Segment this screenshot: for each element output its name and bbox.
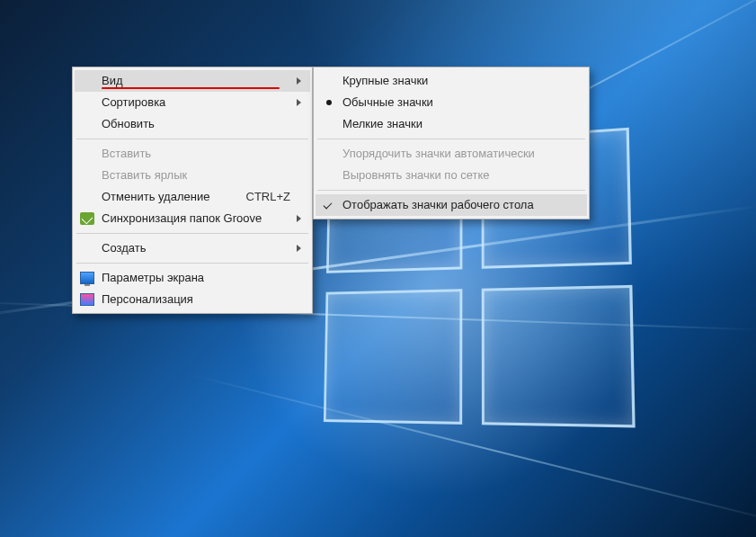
menu-item-view[interactable]: Вид — [75, 70, 310, 92]
submenu-arrow-icon — [297, 77, 301, 85]
menu-item-label: Выровнять значки по сетке — [342, 165, 567, 186]
menu-item-refresh[interactable]: Обновить — [75, 113, 310, 135]
menu-item-label: Отображать значки рабочего стола — [342, 194, 567, 216]
submenu-item-auto-arrange[interactable]: Упорядочить значки автоматически — [316, 143, 587, 165]
groove-icon — [80, 212, 94, 225]
desktop-context-menu: Вид Сортировка Обновить Вставить Вставит… — [72, 67, 313, 314]
menu-item-shortcut: CTRL+Z — [246, 186, 290, 208]
submenu-item-medium-icons[interactable]: Обычные значки — [316, 92, 587, 113]
menu-item-groove-sync[interactable]: Синхронизация папок Groove — [75, 208, 310, 229]
menu-item-paste: Вставить — [75, 143, 310, 165]
checkmark-icon — [324, 201, 333, 210]
menu-item-undo-delete[interactable]: Отменить удаление CTRL+Z — [75, 186, 310, 208]
menu-item-label: Персонализация — [102, 289, 290, 310]
menu-item-label: Создать — [102, 237, 290, 259]
menu-item-label: Синхронизация папок Groove — [102, 208, 290, 229]
menu-item-label: Мелкие значки — [342, 113, 567, 135]
menu-separator — [317, 190, 585, 191]
menu-separator — [317, 139, 585, 139]
menu-item-display-settings[interactable]: Параметры экрана — [75, 267, 310, 289]
menu-item-paste-shortcut: Вставить ярлык — [75, 165, 310, 186]
menu-item-label: Вставить ярлык — [102, 165, 290, 186]
submenu-arrow-icon — [297, 215, 301, 222]
submenu-arrow-icon — [297, 99, 301, 106]
submenu-item-large-icons[interactable]: Крупные значки — [316, 70, 587, 92]
menu-item-label: Отменить удаление — [102, 186, 232, 208]
personalize-icon — [80, 293, 94, 306]
radio-selected-icon — [326, 100, 332, 105]
menu-separator — [76, 233, 308, 234]
menu-separator — [76, 139, 308, 139]
view-submenu: Крупные значки Обычные значки Мелкие зна… — [313, 67, 590, 219]
menu-separator — [76, 263, 308, 264]
menu-item-personalize[interactable]: Персонализация — [75, 289, 310, 310]
menu-item-label: Упорядочить значки автоматически — [342, 143, 567, 165]
display-icon — [80, 272, 94, 284]
menu-item-label: Параметры экрана — [102, 267, 290, 289]
submenu-item-align-grid[interactable]: Выровнять значки по сетке — [316, 165, 587, 186]
menu-item-label: Крупные значки — [342, 70, 567, 92]
menu-item-label: Обновить — [102, 113, 290, 135]
submenu-item-small-icons[interactable]: Мелкие значки — [316, 113, 587, 135]
menu-item-new[interactable]: Создать — [75, 237, 310, 259]
menu-item-label: Вставить — [102, 143, 290, 165]
submenu-arrow-icon — [297, 245, 301, 252]
menu-item-label: Обычные значки — [342, 92, 567, 113]
menu-item-label: Сортировка — [102, 92, 290, 113]
annotation-underline — [102, 87, 280, 89]
menu-item-sort[interactable]: Сортировка — [75, 92, 310, 113]
submenu-item-show-desktop-icons[interactable]: Отображать значки рабочего стола — [316, 194, 587, 216]
